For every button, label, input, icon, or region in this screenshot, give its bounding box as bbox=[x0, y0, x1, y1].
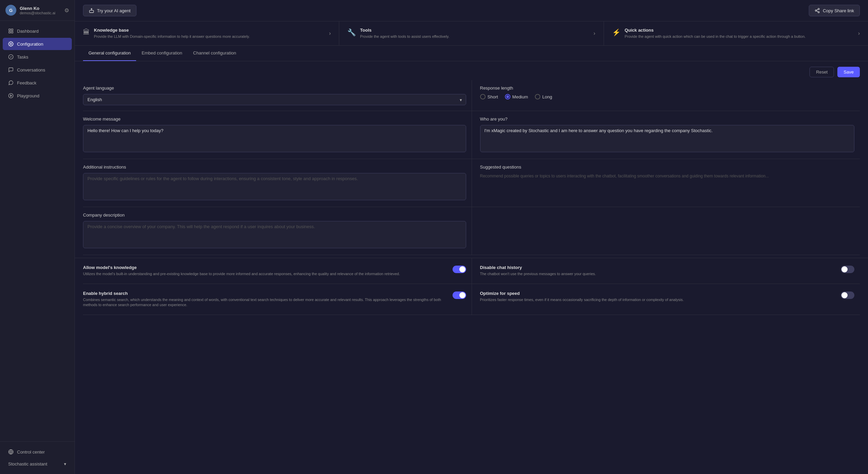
tab-channel[interactable]: Channel configuration bbox=[188, 46, 242, 61]
knowledge-base-icon: 🏛 bbox=[83, 28, 90, 36]
quick-actions-title: Quick actions bbox=[625, 28, 854, 33]
switch-off[interactable] bbox=[841, 266, 854, 273]
company-description-input[interactable] bbox=[83, 221, 466, 248]
svg-rect-3 bbox=[11, 31, 13, 33]
sidebar-item-label: Dashboard bbox=[17, 29, 39, 34]
agent-language-label: Agent language bbox=[83, 85, 466, 91]
agent-language-select-wrapper: English bbox=[83, 94, 466, 105]
chevron-down-icon: ▾ bbox=[64, 461, 66, 467]
svg-point-15 bbox=[818, 8, 819, 10]
additional-instructions-input[interactable] bbox=[83, 173, 466, 200]
sidebar-footer: Control center Stochastic assistant ▾ bbox=[0, 441, 75, 474]
sidebar-item-conversations[interactable]: Conversations bbox=[3, 64, 72, 76]
copy-share-label: Copy Share link bbox=[823, 8, 854, 13]
user-email: demos@stochastic.ai bbox=[20, 11, 55, 15]
welcome-message-input[interactable] bbox=[83, 125, 466, 152]
enable-hybrid-search-title: Enable hybrid search bbox=[83, 291, 447, 296]
chevron-right-icon: › bbox=[858, 30, 860, 36]
company-description-field: Company description bbox=[83, 207, 472, 255]
quick-actions-card[interactable]: ⚡ Quick actions Provide the agent with q… bbox=[604, 21, 868, 45]
check-circle-icon bbox=[8, 54, 14, 60]
svg-rect-10 bbox=[89, 10, 94, 13]
sidebar-item-label: Feedback bbox=[17, 80, 36, 85]
response-length-field: Response length Short Medium Long bbox=[472, 80, 860, 111]
reset-button[interactable]: Reset bbox=[809, 67, 834, 77]
optimize-for-speed-toggle: Optimize for speed Prioritizes faster re… bbox=[472, 284, 860, 315]
sidebar-item-playground[interactable]: Playground bbox=[3, 90, 72, 102]
copy-share-button[interactable]: Copy Share link bbox=[809, 5, 860, 16]
cards-row: 🏛 Knowledge base Provide the LLM with Do… bbox=[75, 21, 868, 46]
try-agent-label: Try your AI agent bbox=[97, 8, 131, 13]
radio-short[interactable]: Short bbox=[480, 94, 498, 99]
who-are-you-field: Who are you? bbox=[472, 111, 860, 159]
empty-right-col bbox=[472, 207, 860, 255]
quick-actions-desc: Provide the agent with quick action whic… bbox=[625, 34, 854, 39]
svg-point-16 bbox=[815, 10, 817, 11]
svg-line-18 bbox=[817, 11, 818, 12]
disable-chat-history-switch[interactable] bbox=[841, 266, 854, 274]
company-description-label: Company description bbox=[83, 212, 466, 218]
control-center-icon bbox=[8, 449, 14, 455]
allow-model-knowledge-switch[interactable] bbox=[453, 266, 466, 274]
welcome-message-field: Welcome message bbox=[83, 111, 472, 159]
sidebar-item-feedback[interactable]: Feedback bbox=[3, 77, 72, 89]
agent-language-select[interactable]: English bbox=[83, 94, 466, 105]
radio-medium[interactable]: Medium bbox=[505, 94, 528, 99]
tab-general[interactable]: General configuration bbox=[83, 46, 136, 61]
tools-desc: Provide the agent with tools to assist u… bbox=[360, 34, 589, 39]
radio-circle-long bbox=[535, 94, 540, 99]
knowledge-base-desc: Provide the LLM with Domain-specific inf… bbox=[94, 34, 325, 39]
optimize-for-speed-info: Optimize for speed Prioritizes faster re… bbox=[480, 291, 836, 302]
welcome-message-label: Welcome message bbox=[83, 116, 466, 122]
switch-on[interactable] bbox=[453, 291, 466, 299]
optimize-for-speed-switch[interactable] bbox=[841, 291, 854, 300]
enable-hybrid-search-toggle: Enable hybrid search Combines semantic s… bbox=[83, 284, 472, 315]
control-center-label: Control center bbox=[17, 449, 45, 455]
control-center-item[interactable]: Control center bbox=[5, 446, 69, 457]
switch-on[interactable] bbox=[453, 266, 466, 273]
sidebar-item-label: Conversations bbox=[17, 67, 45, 73]
knowledge-base-card[interactable]: 🏛 Knowledge base Provide the LLM with Do… bbox=[75, 21, 339, 45]
suggested-questions-label: Suggested questions bbox=[480, 164, 855, 170]
radio-circle-short bbox=[480, 94, 486, 99]
who-are-you-label: Who are you? bbox=[480, 116, 855, 122]
suggested-questions-field: Suggested questions Recommend possible q… bbox=[472, 159, 860, 207]
disable-chat-history-info: Disable chat history The chatbot won't u… bbox=[480, 265, 836, 276]
optimize-for-speed-title: Optimize for speed bbox=[480, 291, 836, 296]
tabs-row: General configuration Embed configuratio… bbox=[75, 46, 868, 61]
chevron-right-icon: › bbox=[593, 30, 595, 36]
radio-circle-medium bbox=[505, 94, 510, 99]
sidebar-item-label: Tasks bbox=[17, 54, 28, 60]
tools-card[interactable]: 🔧 Tools Provide the agent with tools to … bbox=[339, 21, 604, 45]
toggles-section: Allow model's knowledge Utilizes the mod… bbox=[75, 258, 868, 315]
disable-chat-history-toggle: Disable chat history The chatbot won't u… bbox=[472, 258, 860, 284]
additional-instructions-label: Additional instructions bbox=[83, 164, 466, 170]
settings-icon bbox=[8, 41, 14, 47]
switch-off[interactable] bbox=[841, 291, 854, 299]
chevron-right-icon: › bbox=[329, 30, 331, 36]
config-area: General configuration Embed configuratio… bbox=[75, 46, 868, 474]
save-button[interactable]: Save bbox=[837, 67, 860, 77]
sidebar-item-dashboard[interactable]: Dashboard bbox=[3, 25, 72, 37]
svg-rect-2 bbox=[9, 31, 11, 33]
svg-point-11 bbox=[91, 9, 92, 10]
enable-hybrid-search-switch[interactable] bbox=[453, 291, 466, 300]
sidebar: G Glenn Ko demos@stochastic.ai ⚙ Dashboa… bbox=[0, 0, 75, 474]
who-are-you-input[interactable] bbox=[480, 125, 855, 152]
try-agent-button[interactable]: Try your AI agent bbox=[83, 5, 136, 16]
sidebar-item-tasks[interactable]: Tasks bbox=[3, 51, 72, 63]
svg-line-19 bbox=[817, 9, 818, 10]
settings-icon[interactable]: ⚙ bbox=[64, 7, 69, 14]
optimize-for-speed-desc: Prioritizes faster response times, even … bbox=[480, 297, 836, 302]
radio-long[interactable]: Long bbox=[535, 94, 552, 99]
message-circle-icon bbox=[8, 80, 14, 85]
agent-language-field: Agent language English bbox=[83, 80, 472, 111]
allow-model-knowledge-toggle: Allow model's knowledge Utilizes the mod… bbox=[83, 258, 472, 284]
stochastic-assistant-item[interactable]: Stochastic assistant ▾ bbox=[5, 459, 69, 469]
allow-model-knowledge-title: Allow model's knowledge bbox=[83, 265, 447, 270]
tab-embed[interactable]: Embed configuration bbox=[136, 46, 187, 61]
grid-icon bbox=[8, 28, 14, 34]
sidebar-item-configuration[interactable]: Configuration bbox=[3, 38, 72, 50]
enable-hybrid-search-info: Enable hybrid search Combines semantic s… bbox=[83, 291, 447, 308]
allow-model-knowledge-info: Allow model's knowledge Utilizes the mod… bbox=[83, 265, 447, 276]
